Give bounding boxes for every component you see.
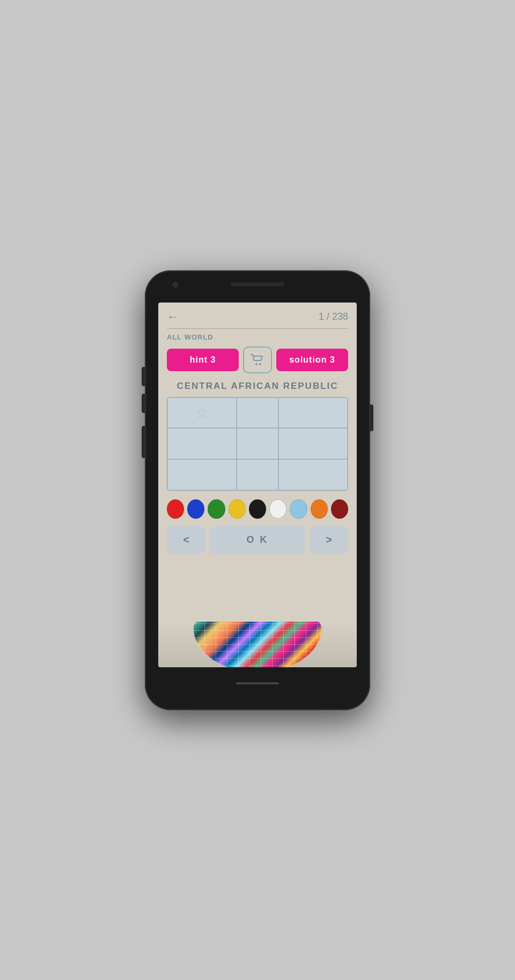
star-icon: ☆ (195, 404, 209, 422)
cart-icon (251, 354, 264, 366)
ok-button[interactable]: O K (210, 526, 305, 554)
nav-buttons: < O K > (167, 526, 348, 554)
globe-section (158, 622, 357, 667)
flag-cell-1-0[interactable] (167, 428, 237, 459)
svg-point-0 (255, 363, 258, 365)
color-dot-red[interactable] (167, 499, 184, 519)
color-dot-black[interactable] (249, 499, 266, 519)
app-content: ← 1 / 238 ALL WORLD hint 3 solution 3 (158, 303, 357, 622)
flag-cell-2-0[interactable] (167, 459, 237, 490)
flag-cell-0-1[interactable] (237, 397, 278, 429)
country-name: CENTRAL AFRICAN REPUBLIC (167, 381, 348, 392)
color-dot-blue[interactable] (187, 499, 204, 519)
flag-cell-0-2[interactable] (278, 397, 348, 429)
prev-button[interactable]: < (167, 526, 205, 554)
right-button[interactable] (370, 404, 373, 431)
header-divider (167, 328, 348, 329)
solution-button[interactable]: solution 3 (276, 349, 348, 371)
camera (173, 282, 178, 288)
color-palette (167, 499, 348, 519)
flag-cell-2-1[interactable] (237, 459, 278, 490)
phone-device: ← 1 / 238 ALL WORLD hint 3 solution 3 (145, 270, 370, 710)
header: ← 1 / 238 (167, 310, 348, 324)
color-dot-light-blue[interactable] (290, 499, 307, 519)
next-button[interactable]: > (310, 526, 348, 554)
vol-down-button[interactable] (142, 394, 145, 413)
back-button[interactable]: ← (167, 310, 179, 324)
vol-up-button[interactable] (142, 367, 145, 386)
flag-cell-2-2[interactable] (278, 459, 348, 490)
hint-button[interactable]: hint 3 (167, 349, 239, 371)
globe-visual (158, 622, 357, 667)
screen: ← 1 / 238 ALL WORLD hint 3 solution 3 (158, 303, 357, 667)
svg-point-1 (259, 363, 261, 365)
flag-grid[interactable]: ☆ (167, 397, 348, 491)
buttons-row: hint 3 solution 3 (167, 347, 348, 373)
home-indicator[interactable] (236, 682, 279, 684)
speaker (231, 282, 284, 286)
cart-button[interactable] (243, 347, 272, 373)
color-dot-yellow[interactable] (229, 499, 246, 519)
flag-cell-0-0[interactable]: ☆ (167, 397, 237, 429)
power-button[interactable] (142, 426, 145, 458)
color-dot-green[interactable] (208, 499, 225, 519)
color-dot-dark-red[interactable] (331, 499, 348, 519)
globe-flags (193, 622, 322, 667)
page-counter: 1 / 238 (319, 311, 348, 322)
phone-bottom-bar (236, 667, 279, 699)
flag-cell-1-1[interactable] (237, 428, 278, 459)
color-dot-orange[interactable] (311, 499, 328, 519)
phone-top-bar (145, 270, 370, 303)
flag-cell-1-2[interactable] (278, 428, 348, 459)
color-dot-white[interactable] (269, 499, 286, 519)
category-label: ALL WORLD (167, 333, 348, 341)
